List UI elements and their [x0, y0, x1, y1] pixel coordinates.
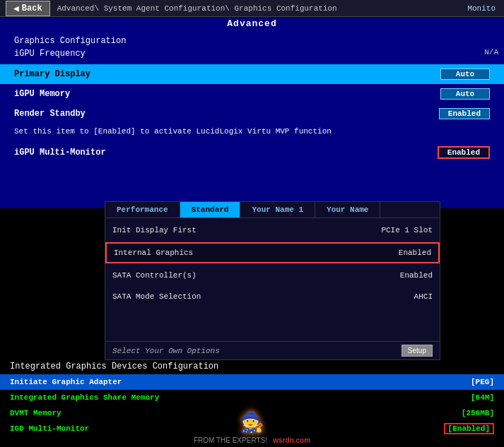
mid-rows: Init Display First PCIe 1 Slot Internal …: [105, 218, 440, 309]
share-memory-value: [64M]: [471, 393, 494, 402]
watermark-site: wsrdn.com: [273, 436, 310, 444]
footer-select-label: Select Your Own Options: [112, 347, 220, 355]
info-text: Set this item to [Enabled] to activate L…: [0, 124, 504, 140]
tab-standard[interactable]: Standard: [180, 202, 241, 217]
internal-graphics-value: Enabled: [399, 249, 431, 257]
mid-footer: Select Your Own Options Setup: [105, 341, 440, 359]
share-memory-row[interactable]: Integrated Graphics Share Memory [64M]: [0, 390, 504, 405]
mascot-icon: 🧙: [240, 410, 264, 434]
footer-setup-btn[interactable]: Setup: [402, 345, 433, 357]
initiate-adapter-label: Initiate Graphic Adapter: [10, 378, 122, 386]
bios-rows: Primary Display Auto iGPU Memory Auto Re…: [0, 64, 504, 124]
sata-mode-label: SATA Mode Selection: [112, 292, 201, 301]
render-standby-row[interactable]: Render Standby Enabled: [0, 104, 504, 124]
dvmt-memory-label: DVMT Memory: [10, 409, 61, 417]
back-label: Back: [22, 4, 42, 13]
init-display-row[interactable]: Init Display First PCIe 1 Slot: [105, 220, 440, 241]
monitor-tab[interactable]: Monito: [467, 4, 498, 13]
primary-display-value[interactable]: Auto: [440, 68, 490, 80]
sata-controller-value: Enabled: [400, 271, 433, 280]
primary-display-label: Primary Display: [14, 69, 90, 79]
breadcrumb-text: Advanced\ System Agent Configuration\ Gr…: [57, 4, 337, 13]
init-display-label: Init Display First: [112, 226, 197, 234]
igpu-multi-label: iGPU Multi-Monitor: [14, 148, 106, 157]
bottom-title: Integrated Graphics Devices Configuratio…: [0, 359, 504, 374]
section-label2: iGPU Frequency: [14, 47, 490, 60]
watermark: FROM THE EXPERTS! wsrdn.com: [194, 436, 310, 444]
na-label: N/A: [484, 48, 498, 56]
initiate-adapter-value: [PEG]: [471, 378, 494, 386]
dvmt-memory-value: [256MB]: [462, 409, 494, 417]
igd-multi-value: [Enabled]: [444, 423, 494, 434]
watermark-text: FROM THE EXPERTS!: [194, 436, 267, 444]
igpu-multi-value[interactable]: Enabled: [438, 146, 490, 159]
render-standby-value[interactable]: Enabled: [439, 108, 490, 119]
render-standby-label: Render Standby: [14, 109, 86, 119]
advanced-title: Advanced: [0, 17, 504, 30]
tab-yourname1[interactable]: Your Name 1: [240, 202, 315, 217]
sata-mode-value: AHCI: [414, 292, 433, 301]
tab-bar: Performance Standard Your Name 1 Your Na…: [105, 202, 440, 218]
sata-mode-row[interactable]: SATA Mode Selection AHCI: [105, 286, 440, 307]
igpu-multi-row[interactable]: iGPU Multi-Monitor Enabled: [0, 143, 504, 162]
igpu-memory-label: iGPU Memory: [14, 89, 70, 99]
sata-controller-row[interactable]: SATA Controller(s) Enabled: [105, 265, 440, 286]
back-arrow-icon: ◀: [13, 3, 19, 14]
tab-yourname[interactable]: Your Name: [315, 202, 380, 217]
igpu-memory-value[interactable]: Auto: [440, 88, 490, 100]
back-button[interactable]: ◀ Back: [6, 1, 50, 16]
primary-display-row[interactable]: Primary Display Auto: [0, 64, 504, 84]
igd-multi-label: IGD Multi-Monitor: [10, 424, 89, 433]
section-header: Graphics Configuration iGPU Frequency: [0, 30, 504, 61]
section-label1: Graphics Configuration: [14, 35, 490, 47]
initiate-adapter-row[interactable]: Initiate Graphic Adapter [PEG]: [0, 374, 504, 390]
top-bios-section: ◀ Back Advanced\ System Agent Configurat…: [0, 0, 504, 208]
tab-performance[interactable]: Performance: [105, 202, 180, 217]
init-display-value: PCIe 1 Slot: [381, 226, 433, 234]
internal-graphics-row[interactable]: Internal Graphics Enabled: [105, 242, 440, 263]
middle-section: Performance Standard Your Name 1 Your Na…: [105, 201, 440, 360]
top-menubar: ◀ Back Advanced\ System Agent Configurat…: [0, 0, 504, 17]
sata-controller-label: SATA Controller(s): [112, 271, 197, 280]
igpu-memory-row[interactable]: iGPU Memory Auto: [0, 84, 504, 104]
share-memory-label: Integrated Graphics Share Memory: [10, 393, 159, 402]
internal-graphics-label: Internal Graphics: [114, 249, 193, 257]
breadcrumb: Advanced\ System Agent Configuration\ Gr…: [57, 4, 468, 13]
